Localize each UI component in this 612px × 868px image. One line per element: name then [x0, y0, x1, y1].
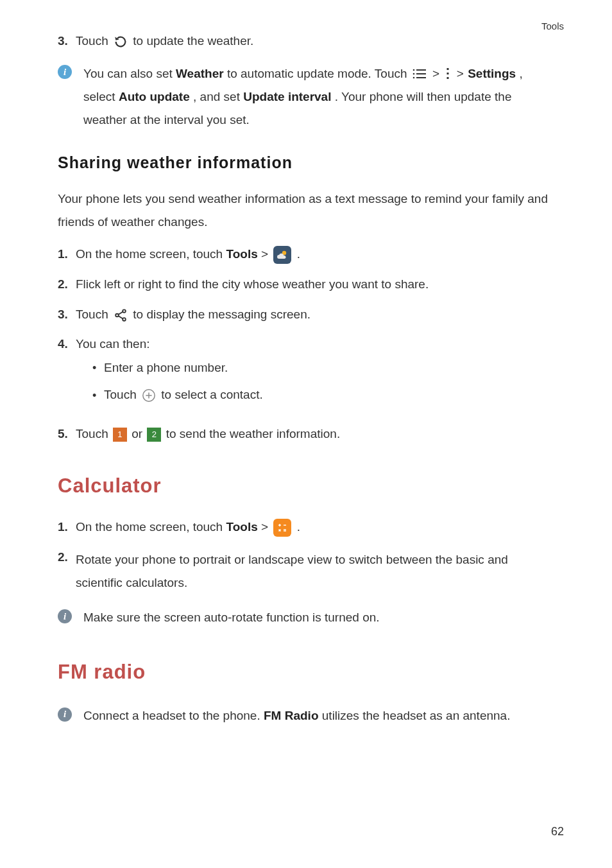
text-fragment: to select a contact. [161, 388, 262, 401]
text-fragment: or [132, 427, 146, 440]
step-body: Touch to update the weather. [76, 32, 557, 51]
step-body: On the home screen, touch Tools > . [76, 518, 557, 537]
sharing-step-3: 3. Touch to display the messaging screen… [58, 306, 557, 324]
svg-point-0 [413, 69, 415, 71]
page-number: 62 [551, 825, 564, 838]
tip-body: Make sure the screen auto-rotate functio… [83, 606, 557, 629]
bold-settings: Settings [468, 67, 516, 80]
text-fragment: to automatic update mode. Touch [227, 67, 411, 80]
text-fragment: > [432, 62, 440, 85]
text-fragment: You can then: [76, 337, 150, 351]
svg-rect-3 [416, 69, 426, 71]
sharing-step-1: 1. On the home screen, touch Tools > . [58, 245, 557, 264]
text-fragment: > [261, 520, 271, 534]
svg-line-14 [118, 316, 123, 319]
list-menu-icon [412, 68, 427, 80]
svg-line-13 [118, 311, 123, 315]
bullet-item: • Enter a phone number. [92, 359, 557, 378]
tip-icon-col: i [58, 606, 83, 629]
bullet-list: • Enter a phone number. • Touch to selec… [76, 359, 557, 404]
bullet-text: Touch to select a contact. [104, 386, 557, 404]
sharing-step-4: 4. You can then: • Enter a phone number.… [58, 335, 557, 413]
sim2-icon: 2 [147, 428, 161, 442]
step-number: 1. [58, 518, 76, 537]
text-fragment: Touch [76, 427, 112, 440]
svg-rect-4 [416, 73, 426, 74]
fm-radio-tip: i Connect a headset to the phone. FM Rad… [58, 704, 557, 727]
text-fragment: On the home screen, touch [76, 247, 226, 261]
bullet-dot: • [92, 390, 104, 401]
text-fragment: > [261, 247, 271, 261]
step-body: Rotate your phone to portrait or landsca… [76, 548, 557, 595]
overflow-menu-icon [445, 67, 450, 81]
tip-icon-col: i [58, 704, 83, 727]
text-fragment: . [297, 520, 300, 534]
weather-step-3: 3. Touch to update the weather. [58, 32, 557, 51]
bold-tools: Tools [226, 247, 257, 261]
text-fragment: to update the weather. [133, 34, 253, 48]
step-body: Touch 1 or 2 to send the weather informa… [76, 425, 557, 444]
step-number: 2. [58, 275, 76, 294]
refresh-icon [114, 35, 128, 49]
text-fragment: On the home screen, touch [76, 520, 226, 534]
text-fragment: utilizes the headset as an antenna. [322, 709, 511, 722]
info-icon: i [58, 609, 72, 623]
bold-weather: Weather [176, 67, 224, 80]
svg-point-1 [413, 73, 415, 75]
bullet-item: • Touch to select a contact. [92, 386, 557, 404]
svg-rect-5 [416, 77, 426, 78]
calculator-step-1: 1. On the home screen, touch Tools > . [58, 518, 557, 537]
share-icon [114, 308, 128, 322]
step-body: Touch to display the messaging screen. [76, 306, 557, 324]
text-fragment: > [456, 62, 464, 85]
step-body: You can then: • Enter a phone number. • … [76, 335, 557, 413]
text-fragment: . [297, 247, 300, 261]
bold-update-interval: Update interval [243, 90, 331, 103]
info-icon: i [58, 707, 72, 722]
step-number: 3. [58, 32, 76, 51]
sharing-intro: Your phone lets you send weather informa… [58, 187, 557, 234]
weather-tip: i You can also set Weather to automatic … [58, 62, 557, 132]
step-number: 2. [58, 548, 76, 595]
bold-tools: Tools [226, 520, 257, 534]
bullet-text: Enter a phone number. [104, 359, 557, 378]
step-body: On the home screen, touch Tools > . [76, 245, 557, 264]
info-icon: i [58, 65, 72, 79]
bullet-dot: • [92, 362, 104, 374]
svg-rect-6 [447, 68, 449, 70]
sharing-step-2: 2. Flick left or right to find the city … [58, 275, 557, 294]
add-contact-icon [142, 388, 156, 403]
tip-body: Connect a headset to the phone. FM Radio… [83, 704, 557, 727]
step-number: 4. [58, 335, 76, 413]
step-number: 5. [58, 425, 76, 444]
svg-rect-8 [447, 77, 449, 79]
tip-body: You can also set Weather to automatic up… [83, 62, 557, 132]
calculator-app-icon [273, 519, 291, 537]
weather-app-icon [273, 246, 291, 264]
step-number: 3. [58, 306, 76, 324]
text-fragment: to display the messaging screen. [133, 308, 310, 321]
bold-fm-radio: FM Radio [264, 709, 319, 722]
calculator-heading: Calculator [58, 471, 557, 501]
calculator-step-2: 2. Rotate your phone to portrait or land… [58, 548, 557, 595]
text-fragment: You can also set [83, 67, 176, 80]
sim1-icon: 1 [113, 428, 127, 442]
sharing-step-5: 5. Touch 1 or 2 to send the weather info… [58, 425, 557, 444]
svg-point-2 [413, 77, 415, 79]
page-content: 3. Touch to update the weather. i You ca… [58, 32, 557, 727]
svg-rect-7 [447, 73, 449, 74]
calculator-tip: i Make sure the screen auto-rotate funct… [58, 606, 557, 629]
header-section-label: Tools [541, 21, 564, 31]
text-fragment: Connect a headset to the phone. [83, 709, 264, 722]
step-number: 1. [58, 245, 76, 264]
sharing-heading: Sharing weather information [58, 151, 557, 175]
text-fragment: Touch [104, 388, 140, 401]
fm-radio-heading: FM radio [58, 657, 557, 688]
text-fragment: to send the weather information. [166, 427, 340, 440]
bold-auto-update: Auto update [119, 90, 190, 103]
text-fragment: Touch [76, 308, 112, 321]
text-fragment: , and set [193, 90, 243, 103]
text-fragment: Touch [76, 34, 112, 48]
step-body: Flick left or right to find the city who… [76, 275, 557, 294]
tip-icon-col: i [58, 62, 83, 132]
